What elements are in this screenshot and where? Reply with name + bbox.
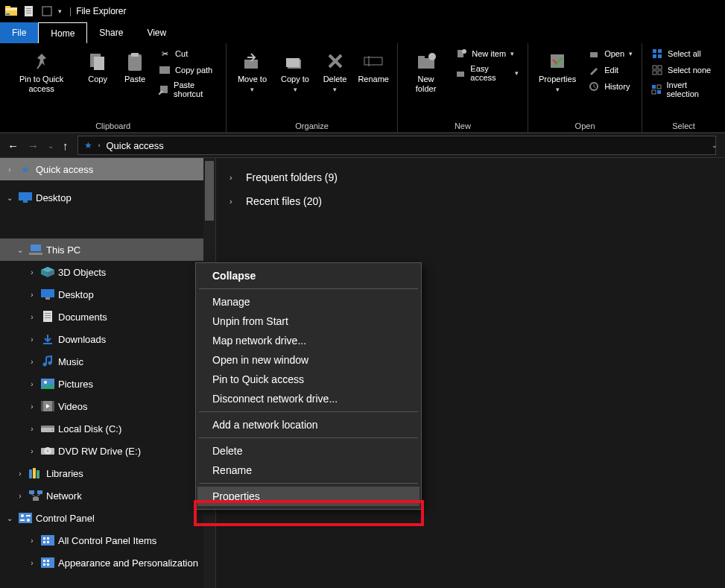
- tree-quick-access[interactable]: › ★ Quick access: [0, 158, 215, 180]
- history-button[interactable]: History: [585, 79, 636, 94]
- copy-to-button[interactable]: Copy to ▾: [276, 46, 314, 98]
- tree-item-desktop[interactable]: ›Desktop: [0, 283, 215, 306]
- chevron-right-icon[interactable]: ›: [27, 447, 37, 455]
- tab-view[interactable]: View: [135, 22, 178, 43]
- ctx-properties[interactable]: Properties: [197, 487, 420, 506]
- ctx-pin-quick-access[interactable]: Pin to Quick access: [197, 370, 420, 389]
- tree-libraries[interactable]: › Libraries: [0, 462, 215, 484]
- tree-this-pc[interactable]: ⌄ This PC: [0, 238, 215, 261]
- scrollbar-thumb[interactable]: [205, 161, 214, 221]
- nav-forward-button[interactable]: →: [28, 139, 39, 152]
- tab-home[interactable]: Home: [38, 22, 87, 43]
- nav-recent-dropdown[interactable]: ⌄: [48, 142, 54, 150]
- breadcrumb[interactable]: Quick access: [107, 140, 164, 151]
- chevron-right-icon[interactable]: ›: [27, 335, 37, 344]
- ctx-delete[interactable]: Delete: [197, 441, 420, 461]
- svg-rect-38: [652, 85, 656, 89]
- newitem-icon: [455, 48, 467, 60]
- chevron-right-icon[interactable]: ›: [229, 173, 237, 182]
- chevron-right-icon[interactable]: ›: [27, 358, 37, 366]
- star-icon: ★: [84, 140, 92, 151]
- ctx-add-network-location[interactable]: Add a network location: [197, 415, 420, 434]
- tree-item-appearance-and-personalization[interactable]: ›Appearance and Personalization: [0, 551, 215, 574]
- svg-rect-47: [45, 297, 50, 300]
- rename-button[interactable]: Rename: [356, 46, 391, 87]
- open-button[interactable]: Open ▾: [585, 46, 636, 61]
- tree-item-all-control-panel-items[interactable]: ›All Control Panel Items: [0, 529, 215, 551]
- chevron-right-icon[interactable]: ›: [27, 313, 37, 321]
- nav-back-button[interactable]: ←: [7, 139, 19, 152]
- chevron-right-icon[interactable]: ›: [27, 291, 37, 299]
- tab-file[interactable]: File: [0, 22, 38, 43]
- chevron-right-icon[interactable]: ›: [27, 425, 37, 433]
- svg-rect-74: [26, 515, 31, 516]
- tree-item-3d-objects[interactable]: ›3D Objects: [0, 261, 215, 283]
- tree-item-pictures[interactable]: ›Pictures: [0, 373, 215, 395]
- svg-point-53: [43, 363, 47, 367]
- paste-button[interactable]: Paste: [118, 46, 151, 87]
- new-folder-button[interactable]: New folder: [404, 46, 448, 97]
- new-item-button[interactable]: New item ▾: [452, 46, 522, 61]
- recent-files-group[interactable]: › Recent files (20): [229, 189, 712, 213]
- paste-shortcut-button[interactable]: Paste shortcut: [156, 79, 220, 100]
- move-to-button[interactable]: Move to ▾: [232, 46, 271, 98]
- cut-button[interactable]: ✂Cut: [156, 46, 220, 61]
- copy-button[interactable]: Copy: [81, 46, 114, 87]
- svg-point-54: [48, 361, 52, 365]
- ctx-separator: [199, 288, 418, 289]
- tab-share[interactable]: Share: [87, 22, 135, 43]
- tree-item-dvd-rw-drive-e-[interactable]: ›DVD RW Drive (E:): [0, 440, 215, 462]
- chevron-right-icon[interactable]: ›: [4, 165, 15, 174]
- tree-item-videos[interactable]: ›Videos: [0, 395, 215, 417]
- tree-network[interactable]: › Network: [0, 484, 215, 507]
- chevron-down-icon[interactable]: ⌄: [4, 514, 15, 522]
- tree-item-downloads[interactable]: ›Downloads: [0, 328, 215, 350]
- chevron-right-icon[interactable]: ›: [27, 402, 37, 411]
- chevron-right-icon[interactable]: ›: [27, 537, 37, 545]
- breadcrumb-dropdown[interactable]: ⌄: [712, 142, 718, 149]
- properties-button[interactable]: Properties▾: [534, 46, 580, 98]
- invert-selection-button[interactable]: Invert selection: [648, 79, 719, 100]
- svg-rect-18: [286, 58, 300, 67]
- select-all-button[interactable]: Select all: [648, 46, 719, 61]
- ctx-unpin-start[interactable]: Unpin from Start: [197, 312, 420, 331]
- qat-doc-icon[interactable]: [21, 3, 37, 19]
- breadcrumb-bar[interactable]: ★ › Quick access: [77, 136, 717, 155]
- chevron-right-icon[interactable]: ›: [27, 380, 37, 388]
- tree-item-documents[interactable]: ›Documents: [0, 306, 215, 328]
- svg-rect-30: [653, 49, 656, 53]
- ctx-open-new-window[interactable]: Open in new window: [197, 350, 420, 370]
- qat-dropdown-icon[interactable]: ▾: [58, 7, 62, 15]
- ctx-manage[interactable]: Manage: [197, 292, 420, 312]
- ctx-rename[interactable]: Rename: [197, 461, 420, 480]
- select-none-button[interactable]: Select none: [648, 63, 719, 78]
- moveto-icon: [240, 49, 264, 73]
- delete-button[interactable]: Delete▾: [319, 46, 352, 98]
- tree-desktop-root[interactable]: ⌄ Desktop: [0, 186, 215, 209]
- pin-quick-access-button[interactable]: Pin to Quick access: [6, 46, 77, 97]
- chevron-right-icon[interactable]: ›: [229, 197, 237, 206]
- ctx-map-drive[interactable]: Map network drive...: [197, 331, 420, 350]
- svg-rect-41: [657, 90, 661, 94]
- frequent-folders-group[interactable]: › Frequent folders (9): [229, 165, 712, 189]
- ctx-collapse[interactable]: Collapse: [197, 266, 420, 285]
- ctx-separator: [199, 483, 418, 484]
- copy-path-button[interactable]: Copy path: [156, 63, 220, 78]
- edit-button[interactable]: Edit: [585, 63, 636, 78]
- svg-rect-71: [33, 497, 39, 501]
- ctx-disconnect-drive[interactable]: Disconnect network drive...: [197, 389, 420, 408]
- chevron-right-icon[interactable]: ›: [15, 470, 25, 478]
- tree-item-local-disk-c-[interactable]: ›Local Disk (C:): [0, 417, 215, 440]
- chevron-right-icon[interactable]: ›: [27, 268, 37, 276]
- qat-check-icon[interactable]: [39, 3, 55, 19]
- tree-control-panel[interactable]: ⌄ Control Panel: [0, 507, 215, 529]
- easy-access-button[interactable]: Easy access ▾: [452, 63, 522, 83]
- nav-up-button[interactable]: ↑: [63, 139, 69, 152]
- chevron-right-icon[interactable]: ›: [27, 559, 37, 567]
- chevron-down-icon[interactable]: ⌄: [15, 246, 25, 254]
- folder-icon: [40, 376, 55, 391]
- chevron-down-icon[interactable]: ⌄: [4, 194, 15, 202]
- tree-item-music[interactable]: ›Music: [0, 350, 215, 373]
- chevron-right-icon[interactable]: ›: [15, 492, 25, 500]
- app-icon: [3, 3, 19, 19]
